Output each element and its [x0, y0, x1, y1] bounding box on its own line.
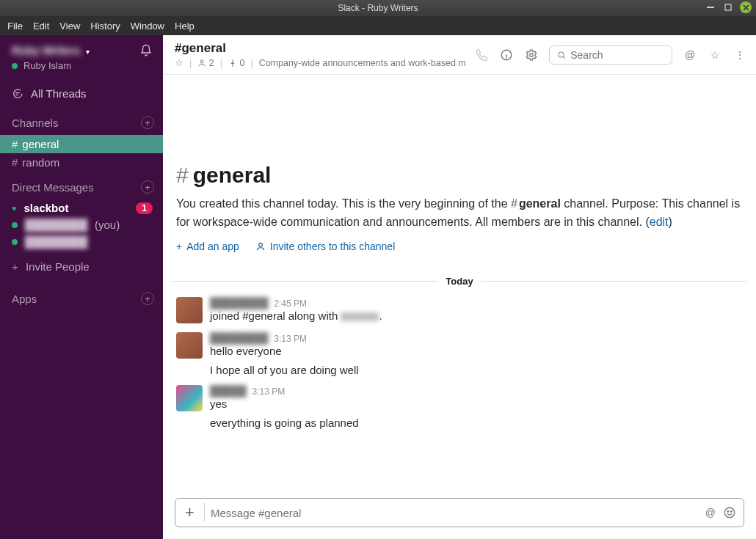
- menu-file[interactable]: File: [7, 21, 23, 32]
- search-box[interactable]: [549, 45, 672, 65]
- dm-item[interactable]: ████████: [0, 233, 163, 250]
- current-user-name: Ruby Islam: [23, 60, 71, 71]
- svg-point-4: [530, 53, 534, 56]
- minimize-icon[interactable]: [705, 1, 716, 13]
- channels-header[interactable]: Channels +: [0, 107, 163, 135]
- mention-icon[interactable]: @: [705, 507, 716, 518]
- menu-edit[interactable]: Edit: [33, 21, 49, 32]
- message-author-redacted: ████████: [210, 332, 268, 344]
- dm-item-self[interactable]: ████████ (you): [0, 216, 163, 233]
- message-item[interactable]: █████ 3:13 PM yes: [163, 381, 756, 416]
- message-text: joined #general along with .: [210, 309, 743, 322]
- all-threads[interactable]: All Threads: [0, 80, 163, 107]
- intro-title: #general: [176, 163, 743, 188]
- avatar[interactable]: [176, 332, 203, 359]
- bell-icon[interactable]: [139, 44, 153, 57]
- star-outline-icon[interactable]: ☆: [708, 48, 722, 62]
- phone-icon[interactable]: [474, 48, 489, 62]
- apps-label: Apps: [12, 293, 37, 305]
- search-icon: [557, 50, 566, 60]
- message-author-redacted: ████████: [210, 297, 268, 309]
- dm-header[interactable]: Direct Messages +: [0, 172, 163, 199]
- date-divider: Today: [172, 276, 747, 287]
- menu-history[interactable]: History: [90, 21, 120, 32]
- mentions-icon[interactable]: @: [683, 48, 697, 62]
- apps-header[interactable]: Apps +: [0, 283, 163, 311]
- avatar[interactable]: [176, 385, 203, 411]
- threads-icon: [12, 88, 23, 100]
- channel-name: general: [22, 138, 59, 150]
- emoji-icon[interactable]: [723, 506, 736, 519]
- message-item[interactable]: ████████ 2:45 PM joined #general along w…: [163, 293, 756, 328]
- message-scroll-area[interactable]: #general You created this channel today.…: [163, 75, 756, 492]
- invite-icon: [255, 241, 266, 252]
- channel-header: #general ☆ | 2 | 0 | Company-wide announ…: [163, 35, 756, 75]
- channel-item-random[interactable]: # random: [0, 153, 163, 172]
- message-item[interactable]: everything is going as planned: [163, 416, 756, 433]
- message-item[interactable]: I hope all of you are doing well: [163, 363, 756, 381]
- plus-icon: +: [12, 260, 18, 273]
- unread-badge: 1: [136, 202, 153, 214]
- composer-input[interactable]: [211, 507, 705, 519]
- workspace-switcher[interactable]: Ruby Writers ▾: [12, 44, 90, 56]
- invite-link[interactable]: Invite others to this channel: [255, 241, 395, 252]
- maximize-icon[interactable]: [722, 1, 734, 13]
- channel-item-general[interactable]: # general: [0, 135, 163, 153]
- svg-point-8: [727, 511, 729, 513]
- message-item[interactable]: ████████ 3:13 PM hello everyone: [163, 328, 756, 363]
- channels-label: Channels: [12, 117, 58, 129]
- search-input[interactable]: [570, 49, 664, 61]
- avatar[interactable]: [176, 297, 203, 323]
- dm-item-slackbot[interactable]: ♥ slackbot 1: [0, 199, 163, 216]
- star-icon[interactable]: ☆: [175, 57, 183, 68]
- content-area: #general ☆ | 2 | 0 | Company-wide announ…: [163, 35, 756, 539]
- svg-point-5: [559, 51, 564, 56]
- menubar: File Edit View History Window Help: [0, 16, 756, 35]
- message-time: 3:13 PM: [274, 334, 307, 344]
- you-suffix: (you): [95, 219, 120, 231]
- svg-point-9: [731, 511, 733, 513]
- presence-online-icon: [12, 239, 18, 245]
- invite-people[interactable]: + Invite People: [0, 250, 163, 283]
- add-dm-icon[interactable]: +: [141, 180, 154, 194]
- pins-count[interactable]: 0: [228, 58, 244, 68]
- members-count[interactable]: 2: [197, 58, 214, 68]
- message-text: hello everyone: [210, 345, 743, 357]
- attach-button[interactable]: +: [175, 503, 205, 522]
- message-text: everything is going as planned: [210, 417, 743, 429]
- plus-icon: +: [176, 241, 182, 252]
- redacted-name: [341, 312, 379, 321]
- message-text: yes: [210, 397, 743, 410]
- current-user[interactable]: Ruby Islam: [0, 60, 163, 80]
- svg-rect-0: [707, 7, 714, 8]
- svg-point-7: [724, 507, 735, 518]
- window-titlebar: Slack - Ruby Writers: [0, 0, 756, 16]
- message-time: 2:45 PM: [274, 298, 307, 309]
- invite-label: Invite People: [26, 260, 90, 273]
- close-icon[interactable]: [740, 1, 752, 13]
- message-author-redacted: █████: [210, 385, 247, 397]
- svg-point-6: [258, 243, 262, 246]
- sidebar: Ruby Writers ▾ Ruby Islam All Threads Ch…: [0, 35, 163, 539]
- dm-name-redacted: ████████: [25, 235, 87, 248]
- date-label: Today: [446, 276, 473, 287]
- channel-intro: #general You created this channel today.…: [163, 75, 756, 257]
- menu-window[interactable]: Window: [131, 21, 164, 32]
- channel-topic[interactable]: Company-wide announcements and work-base…: [259, 58, 466, 68]
- add-channel-icon[interactable]: +: [141, 116, 154, 129]
- add-app-icon[interactable]: +: [141, 292, 154, 305]
- menu-view[interactable]: View: [59, 21, 80, 32]
- dm-label: Direct Messages: [12, 181, 94, 194]
- message-composer[interactable]: + @: [175, 498, 744, 527]
- svg-point-2: [200, 60, 203, 63]
- chevron-down-icon: ▾: [86, 48, 90, 56]
- channel-name: random: [22, 156, 59, 169]
- gear-icon[interactable]: [524, 48, 539, 62]
- menu-help[interactable]: Help: [175, 21, 195, 32]
- svg-rect-1: [725, 4, 731, 10]
- more-icon[interactable]: ⋮: [733, 48, 747, 62]
- channel-title[interactable]: #general: [175, 41, 468, 56]
- info-icon[interactable]: [499, 48, 514, 62]
- add-app-link[interactable]: +Add an app: [176, 241, 239, 252]
- edit-purpose-link[interactable]: edit: [650, 216, 669, 228]
